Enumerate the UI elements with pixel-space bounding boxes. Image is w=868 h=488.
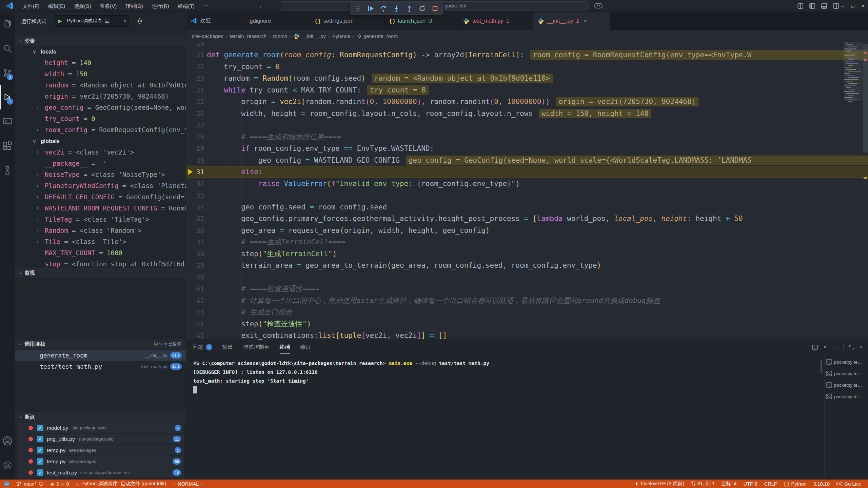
- code-line-39[interactable]: 39 terrain_area = geo_area_to_terrain(ge…: [186, 260, 868, 271]
- code-line-22[interactable]: 22 try_count = 0: [186, 61, 868, 73]
- breakpoint-temp.py[interactable]: ✓temp.pysite-packages1: [17, 445, 184, 455]
- breakpoint-checkbox[interactable]: ✓: [37, 469, 43, 476]
- sidebar-more-actions-icon[interactable]: ⋯: [150, 15, 156, 23]
- status-indentation[interactable]: 空格: 4: [718, 480, 740, 488]
- var-group-locals[interactable]: ∨locals: [15, 46, 186, 57]
- code-line-34[interactable]: 34 geo_config.seed = room_config.seed: [186, 201, 868, 213]
- close-panel-icon[interactable]: ×: [860, 344, 863, 350]
- variable-height[interactable]: height = 140: [15, 57, 186, 68]
- breakpoint-checkbox[interactable]: ✓: [37, 436, 43, 442]
- step-out-button[interactable]: [405, 4, 413, 13]
- variable-room_config[interactable]: ›room_config = RoomRequestConfig(env_t…: [15, 124, 186, 136]
- status-language-mode[interactable]: { }Python: [781, 480, 810, 488]
- code-line-36[interactable]: 36 geo_area = request_area(origin, width…: [186, 225, 868, 237]
- panel-tab-终端[interactable]: 终端: [280, 340, 290, 354]
- minimize-button[interactable]: ─: [837, 0, 848, 12]
- debug-config-dropdown[interactable]: ▶ Python 调试程序: 启 ∨: [55, 15, 129, 27]
- nav-forward-icon[interactable]: →: [272, 2, 278, 10]
- variable-PlanetaryWindConfig[interactable]: ›PlanetaryWindConfig = <class 'Planeta…: [15, 180, 186, 191]
- start-debug-icon[interactable]: ▶: [55, 18, 65, 24]
- breadcrumb-rooms[interactable]: rooms: [273, 33, 287, 39]
- breadcrumb-__init__.py[interactable]: __init__.py: [293, 33, 326, 39]
- tab-test_math.py[interactable]: test_math.py1: [458, 12, 533, 30]
- status-godot-status[interactable]: [0, 480, 13, 488]
- callstack-frame-generate_room[interactable]: generate_room__init__.py31:1: [15, 350, 186, 361]
- status-git-branch[interactable]: main*: [13, 480, 47, 488]
- panel-more-actions-icon[interactable]: ⋯: [832, 343, 838, 351]
- copilot-icon[interactable]: [594, 2, 603, 9]
- chevron-down-icon[interactable]: ∨: [823, 345, 826, 349]
- activity-run-and-debug[interactable]: 1: [0, 85, 15, 109]
- breadcrumb-sitepackages[interactable]: site-packages: [192, 33, 223, 39]
- variables-section-header[interactable]: ∨ 变量: [15, 36, 186, 46]
- status-git-blame[interactable]: blueloveTH (3 周前): [631, 480, 688, 488]
- tab-.gdignore[interactable]: ≡.gdignore: [237, 12, 310, 30]
- variable-try_count[interactable]: try_count = 0: [15, 113, 186, 124]
- breakpoint-temp.py[interactable]: ✓temp.pysite-packages58: [17, 456, 184, 467]
- panel-tab-问题[interactable]: 问题3: [193, 340, 212, 354]
- code-line-40[interactable]: 40: [186, 271, 868, 283]
- status-go-live[interactable]: Go Live: [833, 480, 865, 488]
- activity-explorer[interactable]: [0, 12, 15, 36]
- code-line-33[interactable]: 33: [186, 189, 868, 201]
- layout-grid-icon[interactable]: [797, 3, 803, 9]
- menu-more-button[interactable]: ⋯: [199, 3, 212, 9]
- var-group-globals[interactable]: ∨globals: [15, 136, 186, 147]
- callstack-section-header[interactable]: ∨ 调用堆栈 因 step 已暂停: [15, 339, 186, 349]
- status-debug-config[interactable]: ▷Python 调试程序: 启动文件 (godot-ldtk): [73, 480, 170, 488]
- activity-remote-explorer[interactable]: [0, 109, 15, 134]
- variable-__package__[interactable]: __package__ = '': [15, 158, 186, 169]
- toggle-sidebar-icon[interactable]: [809, 3, 815, 9]
- panel-tab-调试控制台[interactable]: 调试控制台: [243, 340, 270, 354]
- code-line-28[interactable]: 28 # ====生成初始地理信息====: [186, 131, 868, 143]
- close-tab-icon[interactable]: ×: [584, 18, 587, 24]
- code-line-42[interactable]: 42 # 计算每一个出口的中心，然后使用astar生成路径，确保每一个出口组合都…: [186, 295, 868, 307]
- terminal-instance-3[interactable]: pocketpy te…: [826, 379, 865, 391]
- breakpoint-png_utils.py[interactable]: ✓png_utils.pysite-packages\wfc11: [17, 434, 184, 444]
- step-into-button[interactable]: [392, 4, 400, 13]
- activity-extensions[interactable]: [0, 134, 15, 158]
- code-editor[interactable]: 2021def generate_room(room_config: RoomR…: [186, 42, 868, 340]
- panel-tab-端口[interactable]: 端口: [300, 340, 311, 354]
- restart-button[interactable]: [418, 4, 426, 13]
- code-line-45[interactable]: 45 exit_combinations:list[tuple[vec2i, v…: [186, 330, 868, 340]
- code-line-26[interactable]: 26 width, height = room_config.layout.n_…: [186, 108, 868, 120]
- code-line-37[interactable]: 37 # ====生成TerrainCell====: [186, 236, 868, 248]
- breadcrumb-terrain_research[interactable]: terrain_research: [230, 33, 267, 39]
- code-line-30[interactable]: 30 geo_config = WASTELAND_GEO_CONFIGgeo_…: [186, 155, 868, 166]
- menu-F[interactable]: 文件(F): [18, 0, 44, 12]
- variable-Tile[interactable]: ›Tile = <class 'Tile'>: [15, 236, 186, 247]
- variable-random[interactable]: random = <Random object at 0x1bf9d01e…: [15, 80, 186, 91]
- activity-source-control[interactable]: 3: [0, 61, 15, 85]
- nav-back-icon[interactable]: ←: [258, 2, 265, 10]
- activity-testing[interactable]: [0, 158, 15, 183]
- code-line-32[interactable]: 32 raise ValueError(f"Invalid env type: …: [186, 178, 868, 190]
- activity-search[interactable]: [0, 36, 15, 61]
- terminal-instance-4[interactable]: pocketpy te…: [826, 391, 865, 402]
- activity-account[interactable]: [0, 429, 15, 453]
- breakpoint-model.py[interactable]: ✓model.pysite-packages\wfc6: [17, 423, 184, 433]
- close-button[interactable]: ×: [858, 0, 868, 12]
- variable-NoiseType[interactable]: ›NoiseType = <class 'NoiseType'>: [15, 169, 186, 180]
- variable-MAX_TRY_COUNT[interactable]: MAX_TRY_COUNT = 1000: [15, 247, 186, 259]
- code-line-23[interactable]: 23 random = Random(room_config.seed)rand…: [186, 73, 868, 84]
- status-eol[interactable]: CRLF: [761, 480, 781, 488]
- maximize-button[interactable]: □: [848, 0, 858, 12]
- tab-[interactable]: 欢迎: [186, 12, 237, 30]
- menu-G[interactable]: 转到(G): [121, 0, 147, 12]
- menu-E[interactable]: 编辑(E): [44, 0, 70, 12]
- toggle-panel-icon[interactable]: [821, 3, 827, 9]
- variable-TileTag[interactable]: ›TileTag = <class 'TileTag'>: [15, 214, 186, 225]
- code-line-27[interactable]: 27: [186, 119, 868, 131]
- split-terminal-icon[interactable]: [812, 345, 818, 350]
- variable-origin[interactable]: origin = vec2i(7205730, 9024468): [15, 91, 186, 102]
- code-line-21[interactable]: 21def generate_room(room_config: RoomReq…: [186, 49, 868, 61]
- maximize-panel-icon[interactable]: [849, 345, 854, 350]
- code-line-44[interactable]: 44 step("检查连通性"): [186, 318, 868, 330]
- debug-settings-gear-icon[interactable]: [136, 18, 142, 24]
- variable-stop[interactable]: stop = <function stop at 0x1bf8d716d: [15, 259, 186, 268]
- variable-Random[interactable]: ›Random = <class 'Random'>: [15, 225, 186, 236]
- menu-T[interactable]: 终端(T): [174, 0, 199, 12]
- breadcrumb-Pylance[interactable]: Pylance: [332, 33, 350, 39]
- breakpoint-test_math.py[interactable]: ✓test_math.pysite-packages\terrain_res…1…: [17, 467, 184, 478]
